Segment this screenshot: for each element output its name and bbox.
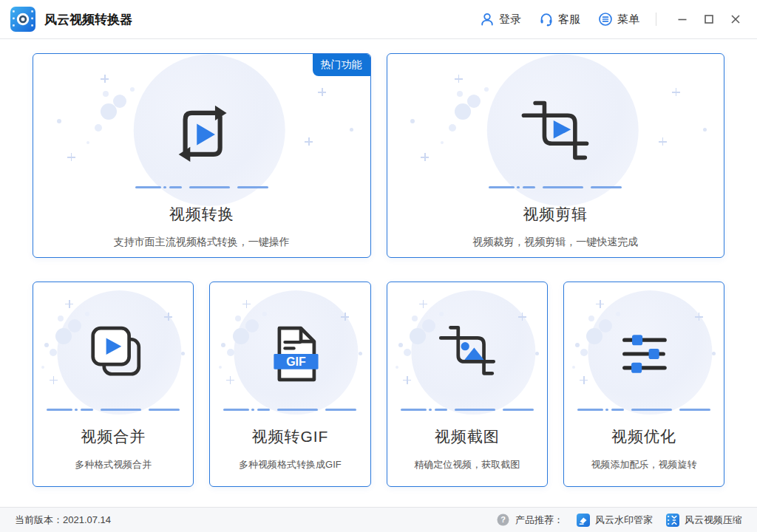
video-crop-icon: [514, 93, 597, 176]
statusbar: 当前版本：2021.07.14 ? 产品推荐： 风云水印管家: [0, 507, 757, 532]
feature-card-video-screenshot[interactable]: 视频截图 精确定位视频，获取截图: [387, 282, 548, 487]
login-button[interactable]: 登录: [480, 12, 521, 27]
gif-banner-label: GIF: [287, 355, 307, 368]
login-label: 登录: [499, 13, 521, 27]
dash-divider: [223, 409, 356, 411]
feature-card-video-optimize[interactable]: 视频优化 视频添加配乐，视频旋转: [563, 282, 724, 487]
dash-divider: [401, 409, 534, 411]
product-link-watermark[interactable]: 风云水印管家: [577, 514, 653, 527]
card-title: 视频转GIF: [251, 426, 328, 447]
close-button[interactable]: [724, 8, 747, 30]
headset-icon: [539, 12, 554, 27]
dash-divider: [489, 186, 622, 188]
product-link-compress[interactable]: 风云视频压缩: [666, 514, 742, 527]
titlebar: 风云视频转换器 登录 客服: [0, 0, 757, 39]
feature-card-video-edit[interactable]: 视频剪辑 视频裁剪，视频剪辑，一键快速完成: [387, 53, 725, 258]
product-label: 风云视频压缩: [685, 514, 742, 527]
card-subtitle: 多种格式视频合并: [75, 458, 152, 471]
menu-button[interactable]: 菜单: [598, 12, 639, 27]
help-icon[interactable]: ?: [497, 514, 509, 526]
version-label: 当前版本：2021.07.14: [15, 514, 111, 527]
support-label: 客服: [558, 13, 580, 27]
card-subtitle: 视频添加配乐，视频旋转: [591, 458, 696, 471]
hot-feature-badge: 热门功能: [313, 54, 370, 76]
feature-card-video-to-gif[interactable]: GIF 视频转GIF 多种视频格式转换成GIF: [209, 282, 370, 487]
dash-divider: [47, 409, 180, 411]
product-label: 风云水印管家: [595, 514, 653, 527]
close-icon: [730, 13, 741, 25]
maximize-icon: [703, 13, 715, 25]
feature-card-video-convert[interactable]: 热门功能 视频转换 支持市面主流视频格式转换，一键操作: [33, 53, 371, 258]
minimize-icon: [676, 13, 688, 25]
watermark-app-icon: [577, 514, 590, 527]
card-subtitle: 视频裁剪，视频剪辑，一键快速完成: [472, 236, 638, 249]
card-subtitle: 支持市面主流视频格式转换，一键操作: [114, 236, 290, 249]
menu-label: 菜单: [617, 13, 639, 27]
video-merge-icon: [78, 319, 148, 389]
card-title: 视频剪辑: [523, 204, 588, 225]
dash-divider: [135, 186, 268, 188]
card-title: 视频截图: [435, 426, 500, 447]
menu-list-icon: [598, 12, 613, 27]
gif-file-icon: GIF: [255, 319, 325, 389]
card-subtitle: 精确定位视频，获取截图: [414, 458, 520, 471]
feature-card-video-merge[interactable]: 视频合并 多种格式视频合并: [33, 282, 194, 487]
help-glyph: ?: [500, 515, 506, 524]
video-convert-icon: [160, 93, 243, 176]
minimize-button[interactable]: [671, 8, 693, 30]
user-icon: [480, 12, 495, 27]
sliders-icon: [609, 319, 679, 389]
card-title: 视频转换: [169, 204, 234, 225]
card-title: 视频合并: [81, 426, 146, 447]
titlebar-divider: [656, 13, 656, 26]
app-title: 风云视频转换器: [44, 11, 132, 28]
support-button[interactable]: 客服: [539, 12, 580, 27]
maximize-button[interactable]: [698, 8, 720, 30]
compress-app-icon: [666, 514, 679, 527]
main-content: 热门功能 视频转换 支持市面主流视频格式转换，一键操作: [0, 39, 757, 487]
video-screenshot-icon: [432, 319, 502, 389]
card-subtitle: 多种视频格式转换成GIF: [239, 458, 342, 471]
recommend-label: 产品推荐：: [515, 514, 563, 527]
app-logo-icon: [10, 7, 35, 32]
card-title: 视频优化: [611, 426, 676, 447]
dash-divider: [577, 409, 710, 411]
